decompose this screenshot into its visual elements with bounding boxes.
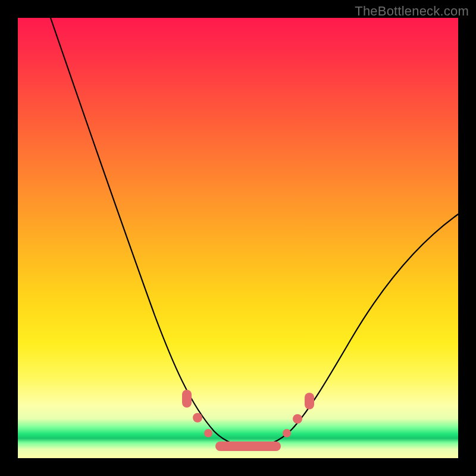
- marker-bottom-bar: [215, 441, 281, 451]
- marker-dot: [293, 414, 302, 424]
- chart-frame: TheBottleneck.com: [0, 0, 476, 476]
- marker-left-cap: [182, 390, 192, 408]
- curve-svg: [18, 18, 458, 458]
- marker-dot: [204, 429, 212, 437]
- bottleneck-curve: [51, 18, 458, 446]
- marker-right-cap: [305, 393, 314, 409]
- marker-dot: [193, 413, 202, 422]
- marker-dot: [283, 429, 291, 437]
- plot-area: [18, 18, 458, 458]
- watermark-text: TheBottleneck.com: [355, 4, 469, 19]
